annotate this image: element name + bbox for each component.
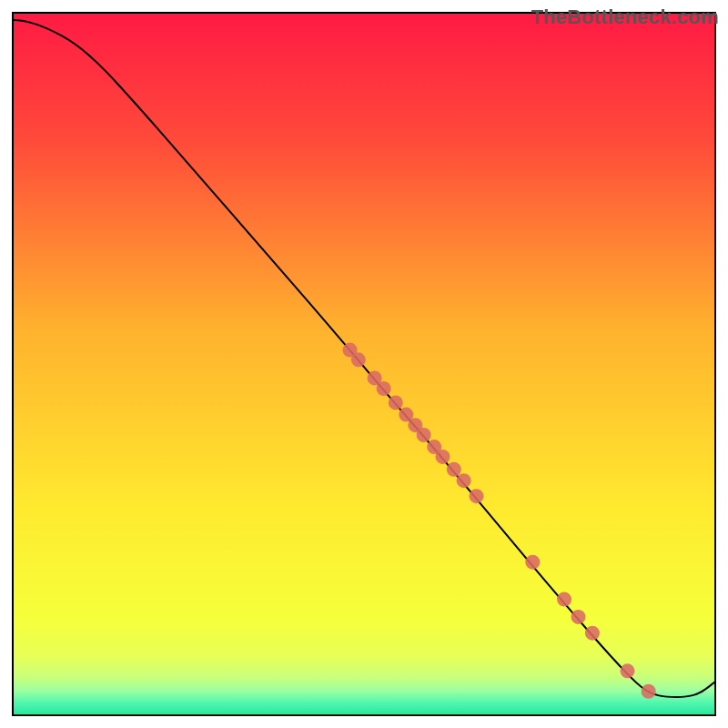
data-marker <box>447 462 461 477</box>
data-marker <box>470 489 484 503</box>
data-marker <box>642 684 656 699</box>
data-marker <box>621 663 635 678</box>
data-marker <box>525 555 540 570</box>
data-marker <box>571 610 585 624</box>
data-marker <box>557 592 571 607</box>
data-marker <box>377 381 391 396</box>
watermark-text: TheBottleneck.com <box>531 5 719 29</box>
data-marker <box>585 626 600 641</box>
data-marker <box>417 428 431 442</box>
data-marker <box>351 352 366 367</box>
data-marker <box>389 395 403 410</box>
chart-container: TheBottleneck.com <box>0 0 728 728</box>
data-marker <box>457 473 471 488</box>
data-marker <box>435 450 450 464</box>
bottleneck-chart <box>0 0 728 728</box>
